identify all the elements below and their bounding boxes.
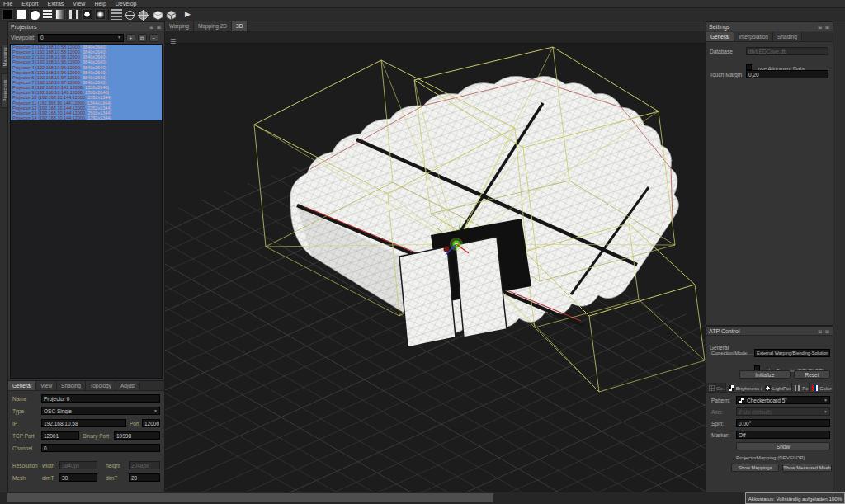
projector-list-item-label: Projector 3 (192.168.10.95:12000, — [12, 59, 81, 64]
copy-viewpoint-button[interactable]: ⧉ — [138, 34, 147, 42]
3d-scene[interactable] — [165, 44, 706, 492]
tab-settings-interpolation[interactable]: Interpolation — [734, 32, 773, 41]
black-test-pattern-icon[interactable] — [2, 9, 13, 20]
projectors-panel-header: Projectors ⊞ ⊠ — [8, 22, 164, 31]
projectors-panel-title: Projectors — [11, 24, 37, 30]
tab-3d[interactable]: 3D — [232, 21, 248, 31]
tab-settings-general[interactable]: General — [706, 32, 734, 41]
status-message-area — [7, 493, 493, 502]
crosshair-icon[interactable] — [125, 9, 135, 20]
viewport-tabs: Warping Mapping 2D 3D — [165, 21, 706, 32]
tab-lightpoints[interactable]: LightPoi... — [762, 383, 792, 392]
channel-input[interactable]: 0 — [41, 444, 160, 452]
crosshair-filled-icon[interactable] — [138, 9, 149, 20]
tab-color[interactable]: Color — [810, 383, 833, 392]
tab-view[interactable]: View — [36, 381, 57, 390]
projector-settings-tabs: General View Shading Topology Adjust — [8, 381, 164, 391]
viewpoint-select[interactable]: 0▼ — [38, 34, 124, 42]
color-icon — [812, 385, 818, 391]
projector-list-item-resolution: 2352x1344) — [87, 95, 111, 100]
pattern-label: Pattern: — [711, 398, 730, 403]
cube-solid-icon[interactable] — [153, 9, 163, 20]
pattern-select[interactable]: Checkerboard 5°▼ — [736, 396, 830, 404]
spin-input[interactable]: 0,00° — [736, 419, 830, 427]
play-icon[interactable]: ▶ — [182, 9, 193, 20]
resolution-label: Resolution — [12, 463, 38, 469]
projector-list-item-label: Projector 0 (192.168.10.58:12000, — [12, 45, 81, 49]
show-measured-mesh-button[interactable]: Show Measured Mesh — [782, 464, 832, 472]
correction-mode-label: Correction Mode: — [711, 351, 748, 356]
show-mappings-button[interactable]: Show Mappings — [731, 464, 779, 472]
viewport-toolbar: ☰ — [165, 32, 706, 44]
menu-export[interactable]: Export — [21, 1, 38, 7]
menu-file[interactable]: File — [3, 1, 12, 7]
tcp-port-input[interactable]: 12001 — [41, 431, 79, 440]
checkerboard-icon — [729, 385, 734, 391]
circle-test-pattern-icon[interactable] — [82, 9, 92, 20]
correction-mode-select[interactable]: External Warping/Blending-Solution▼ — [754, 349, 830, 357]
tab-warping[interactable]: Warping — [165, 21, 194, 31]
reset-button[interactable]: Reset — [794, 370, 830, 379]
door-panel-left — [399, 247, 456, 347]
tab-settings-shading[interactable]: Shading — [773, 32, 802, 41]
projector-list-item-resolution: 3840x2640) — [83, 75, 106, 80]
add-viewpoint-button[interactable]: + — [126, 34, 135, 42]
float-icon[interactable]: ⊞ — [818, 329, 823, 334]
mesh-dim1-input[interactable]: 30 — [59, 473, 97, 482]
blob-test-pattern-icon[interactable] — [29, 9, 40, 20]
tab-shading[interactable]: Shading — [57, 381, 86, 390]
menu-help[interactable]: Help — [94, 1, 106, 7]
float-icon[interactable]: ⊞ — [149, 25, 154, 30]
menu-extras[interactable]: Extras — [48, 1, 64, 7]
projector-list-item[interactable]: Projector 14 (192.168.10.144:12000, 1792… — [11, 115, 162, 120]
tab-adjust[interactable]: Adjust — [116, 381, 140, 390]
application-window: File Export Extras View Help Develop ▶ — [0, 0, 845, 504]
ip-input[interactable]: 192.168.10.58 — [41, 419, 126, 427]
marker-input[interactable]: Off — [736, 431, 830, 439]
tab-geometry[interactable]: Ge... — [706, 383, 726, 392]
white-test-pattern-icon[interactable] — [16, 9, 26, 20]
touch-margin-input[interactable]: 0,20 — [746, 70, 828, 78]
tab-topology[interactable]: Topology — [86, 381, 116, 390]
atp-panel-header: ATP Control ⊞ ⊠ — [706, 327, 833, 336]
projector-list-item-resolution: 1536x2640) — [85, 85, 109, 90]
projectors-panel: Projectors ⊞ ⊠ Viewpoint: 0▼ + ⧉ − Proje… — [7, 21, 165, 381]
width-label: width — [42, 463, 54, 469]
projector-list-item-label: Projector 10 (192.168.10.144:12000, — [12, 95, 87, 100]
name-input[interactable]: Projector 0 — [41, 394, 160, 403]
remove-viewpoint-button[interactable]: − — [149, 34, 158, 42]
viewport-3d[interactable] — [165, 44, 706, 492]
tab-general[interactable]: General — [8, 381, 36, 390]
viewpoint-row: Viewpoint: 0▼ + ⧉ − — [8, 32, 164, 43]
binary-port-input[interactable]: 10998 — [114, 431, 160, 440]
gradient-test-pattern-icon[interactable] — [55, 9, 66, 20]
battery-status-tooltip: Akkustatus: Vollständig aufgeladen 100% — [745, 492, 845, 504]
projector-list-item-label: Projector 12 (192.168.10.144:12000, — [12, 106, 87, 111]
close-icon[interactable]: ⊠ — [157, 25, 162, 30]
menu-view[interactable]: View — [73, 1, 85, 7]
toolbar-separator — [108, 9, 109, 20]
port-input[interactable]: 12000 — [142, 419, 160, 427]
tab-mapping-2d[interactable]: Mapping 2D — [194, 21, 232, 31]
stacked-lines-icon[interactable] — [111, 9, 122, 20]
chevron-down-icon: ▼ — [828, 350, 830, 357]
stripes-test-pattern-icon[interactable] — [42, 9, 53, 20]
type-row: Type OSC Single▼ — [8, 407, 164, 416]
show-button[interactable]: Show — [736, 442, 830, 450]
initialize-button[interactable]: Initialize — [739, 370, 791, 379]
tab-brightness[interactable]: Brightness a... — [726, 383, 762, 392]
projector-list[interactable]: Projector 0 (192.168.10.58:12000, 3840x2… — [10, 44, 163, 379]
mesh-dim2-input[interactable]: 20 — [129, 473, 160, 482]
close-icon[interactable]: ⊠ — [825, 25, 830, 30]
float-icon[interactable]: ⊞ — [818, 25, 823, 30]
radial-test-pattern-icon[interactable] — [95, 9, 106, 20]
menu-develop[interactable]: Develop — [116, 1, 137, 7]
type-select[interactable]: OSC Single▼ — [41, 407, 160, 415]
settings-panel-header: Settings ⊞ ⊠ — [706, 22, 833, 31]
tab-resolution[interactable]: Re... — [792, 383, 810, 392]
cube-alt-icon[interactable] — [166, 9, 177, 20]
projector-list-item-label: Projector 6 (192.168.10.97:12000, — [12, 75, 81, 80]
projector-settings-panel: General View Shading Topology Adjust Nam… — [7, 380, 165, 492]
close-icon[interactable]: ⊠ — [825, 329, 830, 334]
bars-test-pattern-icon[interactable] — [68, 9, 79, 20]
